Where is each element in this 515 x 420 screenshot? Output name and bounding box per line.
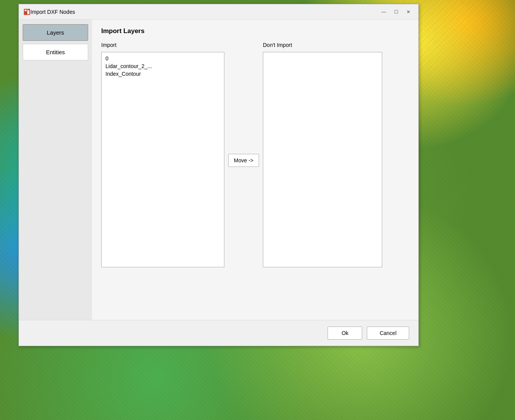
sidebar: Layers Entities (19, 20, 92, 320)
dialog-window: Import DXF Nodes — ☐ ✕ Layers Entities I… (18, 4, 419, 346)
list-item[interactable]: 0 (104, 55, 222, 62)
tab-entities[interactable]: Entities (23, 44, 88, 60)
tab-layers[interactable]: Layers (23, 24, 88, 41)
section-title: Import Layers (101, 27, 409, 35)
svg-rect-4 (27, 10, 28, 10)
list-item[interactable]: Index_Contour (104, 70, 222, 78)
list-item[interactable]: Lidar_contour_2_... (104, 62, 222, 70)
dont-import-list[interactable] (263, 52, 382, 267)
main-content: Import Layers Import 0Lidar_contour_2_..… (92, 20, 418, 320)
dont-import-label: Don't Import (263, 42, 409, 48)
import-label: Import (101, 42, 224, 48)
middle-controls: Move -> (224, 53, 263, 268)
svg-rect-2 (25, 10, 27, 11)
cancel-button[interactable]: Cancel (367, 327, 409, 340)
maximize-button[interactable]: ☐ (391, 8, 401, 16)
title-bar: Import DXF Nodes — ☐ ✕ (19, 4, 418, 20)
ok-button[interactable]: Ok (328, 327, 362, 340)
move-button[interactable]: Move -> (228, 154, 259, 167)
window-title: Import DXF Nodes (30, 9, 378, 15)
app-icon (23, 8, 30, 15)
import-list[interactable]: 0Lidar_contour_2_...Index_Contour (101, 52, 224, 267)
window-controls: — ☐ ✕ (378, 8, 414, 16)
window-body: Layers Entities Import Layers Import 0Li… (19, 20, 418, 320)
minimize-button[interactable]: — (378, 8, 389, 16)
import-list-container: Import 0Lidar_contour_2_...Index_Contour (101, 42, 224, 267)
footer: Ok Cancel (19, 320, 418, 346)
close-button[interactable]: ✕ (403, 8, 414, 16)
dont-import-container: Don't Import (263, 42, 409, 267)
svg-rect-1 (25, 12, 27, 14)
svg-rect-3 (27, 10, 29, 14)
lists-area: Import 0Lidar_contour_2_...Index_Contour… (101, 42, 409, 312)
